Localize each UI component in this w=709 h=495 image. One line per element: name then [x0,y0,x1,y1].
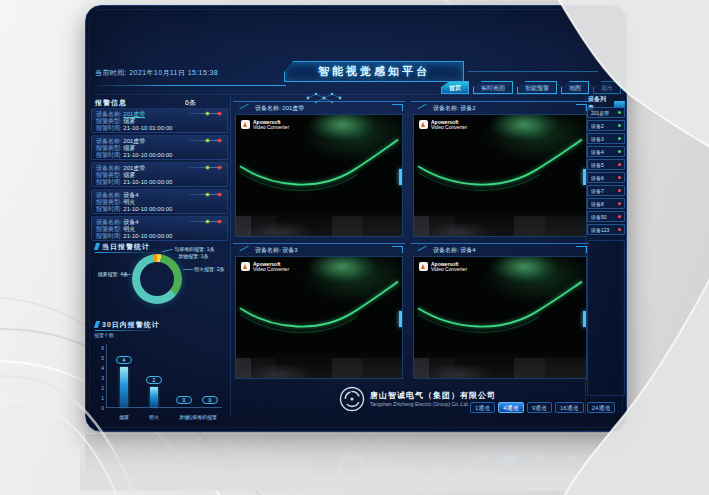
device-name: 设备4 [591,149,618,155]
nav-button[interactable]: 退出 [593,81,621,94]
bar-group: 2 [144,337,164,407]
video-scrollbar[interactable] [399,311,402,327]
device-name: 设备6 [591,175,618,181]
alarm-time-line: 报警时间: 21-10-10 00:00:00 [96,206,223,213]
video-feed[interactable]: Apowersoft Video Converter [413,114,587,237]
watermark-text: Apowersoft Video Converter [253,262,289,272]
alarm-device-label: 设备名称: [96,219,122,225]
channel-button[interactable]: 4通道 [498,402,523,413]
device-row[interactable]: 设备6 [587,172,625,183]
video-device-name: 设备4 [460,247,475,253]
video-feed[interactable]: Apowersoft Video Converter [413,256,587,379]
device-list: 201皮带 设备2 设备3 设备4 设备5 设备6 设备7 设备 [587,107,625,237]
channel-buttons-reflection: 1通道 4通道 9通道 16通道 24通道 [469,454,614,465]
deco-line [94,85,286,86]
watermark-line2: Video Converter [253,267,289,272]
video-panel-header: 设备名称: 设备3 [233,243,405,255]
alarm-time-line: 报警时间: 21-10-10 00:00:00 [96,152,223,159]
main-nav: 首页 实时画面 智能预警 地图 退出 [441,81,621,94]
alarm-type-label: 报警类型: [96,172,122,178]
watermark: Apowersoft Video Converter [241,262,289,272]
channel-button-label: 24通道 [592,405,611,411]
alarm-item-indicator [188,194,222,195]
status-dot [618,150,621,153]
monthly-stats-title: 30日内报警统计 [95,320,160,330]
device-row[interactable]: 设备3 [587,133,625,144]
device-row[interactable]: 设备123 [587,224,625,235]
video-panel-title: 设备名称: 设备3 [255,246,298,255]
alarm-device-value: 设备4 [123,192,138,198]
nav-button[interactable]: 地图 [561,81,589,94]
green-dot-icon [206,112,209,115]
deco-line [468,71,598,72]
status-dot [618,124,621,127]
alarm-type-label: 报警类型: [96,199,122,205]
video-scrollbar[interactable] [583,169,586,185]
video-panel[interactable]: 设备名称: 设备2 Apowersoft Video Converter [411,101,589,238]
video-panel-header: 设备名称: 设备2 [411,101,589,113]
channel-button[interactable]: 9通道 [527,402,552,413]
y-tick: 5 [92,355,104,361]
video-scrollbar[interactable] [399,169,402,185]
alarm-device-value: 设备4 [123,219,138,225]
page-title: 智能视觉感知平台 [318,64,430,79]
alarm-item[interactable]: 设备名称: 201皮带 报警类型: 烟雾 报警时间: 21-10-10 00:0… [91,162,228,187]
bar-value-bubble: 2 [146,376,162,384]
y-tick: 1 [92,395,104,401]
device-row[interactable]: 201皮带 [587,107,625,118]
video-panel[interactable]: 设备名称: 设备4 Apowersoft Video Converter [411,243,589,380]
alarm-item[interactable]: 设备名称: 201皮带 报警类型: 烟雾 报警时间: 21-10-10 01:0… [91,108,228,133]
status-dot [618,163,621,166]
alarm-type-line: 报警类型: 烟雾 [96,145,223,152]
green-dot-icon [206,193,209,196]
channel-button[interactable]: 1通道 [470,402,495,413]
device-row[interactable]: 设备5 [587,159,625,170]
device-row[interactable]: 设备8 [587,198,625,209]
x-tick-label: 与煤堆积报警 [182,414,222,420]
video-device-name: 201皮带 [282,105,304,111]
video-panel[interactable]: 设备名称: 设备3 Apowersoft Video Converter [233,243,405,380]
apowersoft-icon [241,120,250,129]
page-title-box: 智能视觉感知平台 [284,61,464,82]
watermark-text: Apowersoft Video Converter [253,120,289,130]
y-tick: 6 [92,345,104,351]
alarm-type-line: 报警类型: 明火 [96,199,223,206]
device-row[interactable]: 设备50 [587,211,625,222]
video-scrollbar[interactable] [583,311,586,327]
nav-button[interactable]: 首页 [441,81,469,94]
video-feed[interactable]: Apowersoft Video Converter [235,114,403,237]
channel-button[interactable]: 16通道 [555,402,584,413]
alarm-type-value: 明火 [123,199,135,205]
red-dot-icon [218,220,221,223]
device-row[interactable]: 设备7 [587,185,625,196]
channel-button[interactable]: 24通道 [587,402,616,413]
nav-button[interactable]: 智能预警 [517,81,557,94]
bar-value-bubble: 0 [176,396,192,404]
alarm-time-value: 21-10-10 00:00:00 [123,206,172,212]
device-row[interactable]: 设备4 [587,146,625,157]
x-axis [106,407,222,408]
channel-button-reflection: 4通道 [497,454,522,465]
alarm-time-line: 报警时间: 21-10-10 00:00:00 [96,233,223,240]
donut-chart [132,254,182,304]
monthly-stats-chart: 报警个数 0123456 4 2 0 0 [92,332,230,422]
divider-left [230,96,231,415]
device-name: 设备7 [591,188,618,194]
device-row[interactable]: 设备2 [587,120,625,131]
channel-button-reflection-label: 16通道 [559,456,578,462]
alarm-type-value: 明火 [123,226,135,232]
alarm-time-value: 21-10-10 00:00:00 [123,179,172,185]
watermark: Apowersoft Video Converter [419,262,467,272]
alarm-item[interactable]: 设备名称: 201皮带 报警类型: 烟雾 报警时间: 21-10-10 00:0… [91,135,228,160]
video-panel[interactable]: 设备名称: 201皮带 Apowersoft Video Converter [233,101,405,238]
alarm-item[interactable]: 设备名称: 设备4 报警类型: 明火 报警时间: 21-10-10 00:00:… [91,216,228,241]
nav-button[interactable]: 实时画面 [473,81,513,94]
alarm-device-label: 设备名称: [96,165,122,171]
alarm-item[interactable]: 设备名称: 设备4 报警类型: 明火 报警时间: 21-10-10 00:00:… [91,189,228,214]
alarm-type-label: 报警类型: [96,145,122,151]
laser-curve [414,257,586,378]
y-axis [106,344,107,408]
video-panel-title: 设备名称: 201皮带 [255,104,304,113]
alarm-time-label: 报警时间: [96,152,122,158]
video-feed[interactable]: Apowersoft Video Converter [235,256,403,379]
